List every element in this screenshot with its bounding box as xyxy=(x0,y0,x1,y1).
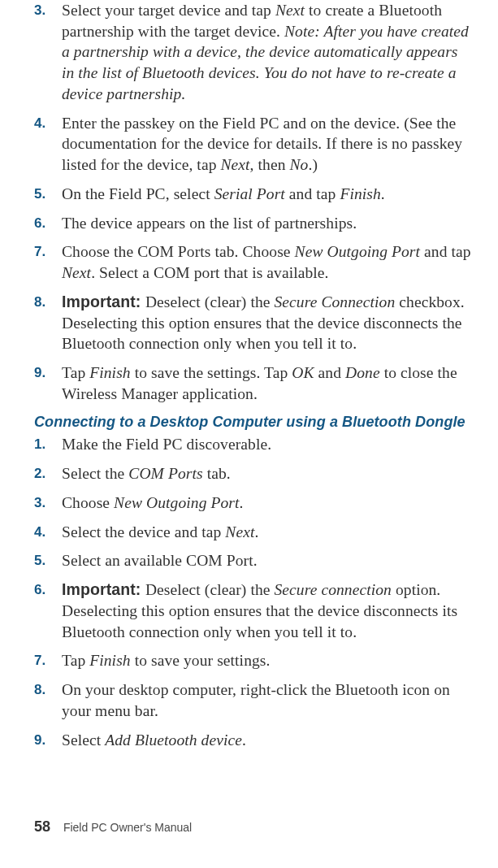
step-number: 7. xyxy=(34,650,45,671)
step-number: 9. xyxy=(34,730,45,751)
step-number: 6. xyxy=(34,213,45,234)
step-number: 2. xyxy=(34,463,45,484)
step-text: Select an available COM Port. xyxy=(62,552,258,569)
step-item: 8.Important: Deselect (clear) the Secure… xyxy=(34,292,472,354)
page-number: 58 xyxy=(34,818,50,835)
step-item: 6.Important: Deselect (clear) the Secure… xyxy=(34,579,472,642)
step-text: Select your target device and tap Next t… xyxy=(62,2,469,102)
step-item: 7.Choose the COM Ports tab. Choose New O… xyxy=(34,241,472,283)
step-text: Important: Deselect (clear) the Secure c… xyxy=(62,581,457,640)
step-number: 9. xyxy=(34,362,45,384)
step-item: 3.Select your target device and tap Next… xyxy=(34,0,472,105)
step-number: 5. xyxy=(34,550,45,571)
step-text: Select the device and tap Next. xyxy=(62,523,258,540)
step-text: Tap Finish to save your settings. xyxy=(62,652,271,669)
steps-section-b: 1.Make the Field PC discoverable.2.Selec… xyxy=(34,434,472,750)
step-number: 4. xyxy=(34,113,45,134)
step-item: 1.Make the Field PC discoverable. xyxy=(34,434,472,455)
step-text: Important: Deselect (clear) the Secure C… xyxy=(62,293,465,352)
step-item: 2.Select the COM Ports tab. xyxy=(34,463,472,484)
step-item: 6.The device appears on the list of part… xyxy=(34,213,472,234)
step-text: Choose the COM Ports tab. Choose New Out… xyxy=(62,243,471,281)
step-text: Select the COM Ports tab. xyxy=(62,465,231,482)
step-item: 3.Choose New Outgoing Port. xyxy=(34,493,472,514)
step-number: 5. xyxy=(34,184,45,205)
step-number: 8. xyxy=(34,292,45,313)
step-text: Tap Finish to save the settings. Tap OK … xyxy=(62,364,457,402)
step-item: 7.Tap Finish to save your settings. xyxy=(34,650,472,671)
step-text: Choose New Outgoing Port. xyxy=(62,494,244,511)
step-number: 3. xyxy=(34,0,45,21)
step-text: Make the Field PC discoverable. xyxy=(62,436,271,453)
step-item: 9.Select Add Bluetooth device. xyxy=(34,730,472,751)
section-heading: Connecting to a Desktop Computer using a… xyxy=(34,414,472,431)
step-item: 8.On your desktop computer, right-click … xyxy=(34,679,472,721)
step-text: On your desktop computer, right-click th… xyxy=(62,681,450,719)
step-number: 1. xyxy=(34,434,45,455)
step-item: 5.Select an available COM Port. xyxy=(34,550,472,571)
manual-page: 3.Select your target device and tap Next… xyxy=(0,0,498,868)
step-item: 4.Enter the passkey on the Field PC and … xyxy=(34,113,472,176)
step-text: The device appears on the list of partne… xyxy=(62,215,357,232)
step-number: 4. xyxy=(34,522,45,543)
step-text: Enter the passkey on the Field PC and on… xyxy=(62,115,462,173)
step-number: 8. xyxy=(34,679,45,701)
steps-section-a: 3.Select your target device and tap Next… xyxy=(34,0,472,404)
step-item: 5.On the Field PC, select Serial Port an… xyxy=(34,184,472,205)
page-footer: 58 Field PC Owner's Manual xyxy=(34,818,192,835)
footer-title: Field PC Owner's Manual xyxy=(63,821,192,834)
step-text: Select Add Bluetooth device. xyxy=(62,731,246,749)
step-text: On the Field PC, select Serial Port and … xyxy=(62,185,385,202)
step-number: 6. xyxy=(34,579,45,601)
step-number: 3. xyxy=(34,493,45,514)
step-item: 4.Select the device and tap Next. xyxy=(34,522,472,543)
step-item: 9.Tap Finish to save the settings. Tap O… xyxy=(34,362,472,404)
step-number: 7. xyxy=(34,241,45,263)
